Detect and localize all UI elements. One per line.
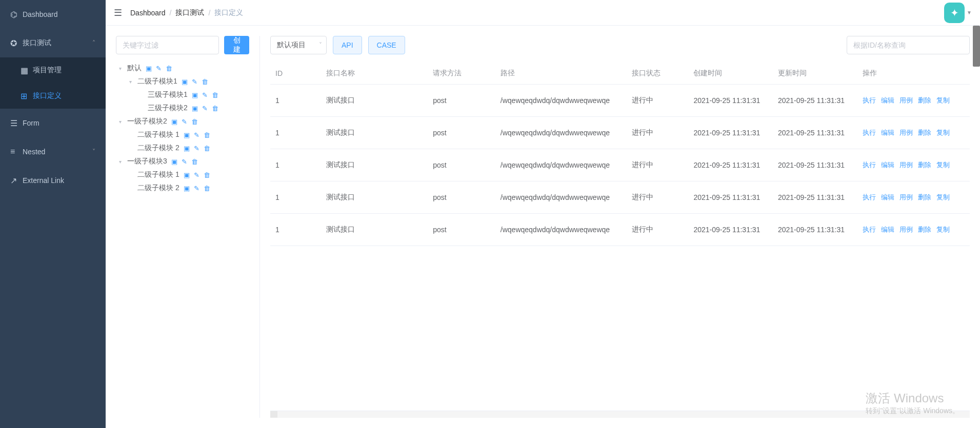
tree-edit-icon[interactable]: ✎ <box>156 65 162 72</box>
sidebar-item-label: 接口测试 <box>23 38 51 48</box>
tree-delete-icon[interactable]: 🗑 <box>204 131 210 139</box>
tree-caret-icon[interactable] <box>119 119 125 125</box>
tree-delete-icon[interactable]: 🗑 <box>202 78 208 86</box>
tree-folder-icon[interactable]: ▣ <box>184 185 190 192</box>
sidebar-item-api-define[interactable]: ⊞ 接口定义 <box>0 83 106 109</box>
tree-delete-icon[interactable]: 🗑 <box>191 118 198 126</box>
tree-delete-icon[interactable]: 🗑 <box>212 105 218 112</box>
tree-caret-icon[interactable] <box>119 159 125 165</box>
tree-edit-icon[interactable]: ✎ <box>194 171 199 179</box>
tree-folder-icon[interactable]: ▣ <box>192 105 198 112</box>
op-执行[interactable]: 执行 <box>863 161 876 169</box>
op-编辑[interactable]: 编辑 <box>881 96 894 104</box>
scroll-left-button[interactable] <box>270 411 277 418</box>
op-用例[interactable]: 用例 <box>899 129 913 136</box>
op-用例[interactable]: 用例 <box>899 96 913 104</box>
op-用例[interactable]: 用例 <box>899 161 913 169</box>
case-button[interactable]: CASE <box>368 36 405 54</box>
user-menu[interactable]: ✦ ▼ <box>944 3 972 23</box>
header: ☰ Dashboard / 接口测试 / 接口定义 ✦ ▼ <box>106 0 980 26</box>
tree-folder-icon[interactable]: ▣ <box>192 91 198 99</box>
op-编辑[interactable]: 编辑 <box>881 193 894 201</box>
op-编辑[interactable]: 编辑 <box>881 129 894 136</box>
tree-folder-icon[interactable]: ▣ <box>146 65 152 72</box>
tree-node[interactable]: 三级子模块2▣✎🗑 <box>116 101 249 115</box>
tree-node[interactable]: 一级子模块3▣✎🗑 <box>116 155 249 168</box>
op-复制[interactable]: 复制 <box>936 161 950 169</box>
tree-edit-icon[interactable]: ✎ <box>194 185 199 192</box>
op-执行[interactable]: 执行 <box>863 96 876 104</box>
op-执行[interactable]: 执行 <box>863 226 876 233</box>
op-删除[interactable]: 删除 <box>918 193 931 201</box>
tree-folder-icon[interactable]: ▣ <box>182 78 188 86</box>
tree-node[interactable]: 二级子模块 1▣✎🗑 <box>116 128 249 141</box>
tree-caret-icon[interactable] <box>119 66 125 71</box>
tree-node[interactable]: 二级子模块 2▣✎🗑 <box>116 141 249 155</box>
hamburger-icon[interactable]: ☰ <box>114 7 122 18</box>
horizontal-scrollbar[interactable] <box>270 411 970 418</box>
tree-node[interactable]: 二级子模块1▣✎🗑 <box>116 75 249 88</box>
tree-folder-icon[interactable]: ▣ <box>184 171 190 179</box>
tree-edit-icon[interactable]: ✎ <box>194 145 199 152</box>
tree-node[interactable]: 二级子模块 2▣✎🗑 <box>116 181 249 195</box>
breadcrumb-item[interactable]: Dashboard <box>130 9 166 17</box>
table-header-cell: ID <box>270 63 321 85</box>
op-用例[interactable]: 用例 <box>899 193 913 201</box>
tree-edit-icon[interactable]: ✎ <box>182 158 187 166</box>
search-input[interactable] <box>847 36 970 54</box>
api-test-icon: ✪ <box>10 38 23 48</box>
tree-folder-icon[interactable]: ▣ <box>171 118 177 126</box>
op-删除[interactable]: 删除 <box>918 161 931 169</box>
tree-node[interactable]: 三级子模块1▣✎🗑 <box>116 88 249 101</box>
op-删除[interactable]: 删除 <box>918 226 931 233</box>
op-复制[interactable]: 复制 <box>936 129 950 136</box>
page-scrollbar-thumb[interactable] <box>973 26 980 67</box>
tree-caret-icon[interactable] <box>129 79 135 85</box>
tree-edit-icon[interactable]: ✎ <box>192 78 197 86</box>
tree-edit-icon[interactable]: ✎ <box>202 91 208 99</box>
sidebar-item-nested[interactable]: ≡ Nested ˅ <box>0 137 106 166</box>
tree-delete-icon[interactable]: 🗑 <box>204 171 210 179</box>
breadcrumb-item[interactable]: 接口测试 <box>175 8 204 17</box>
tree-folder-icon[interactable]: ▣ <box>184 131 190 139</box>
tree-delete-icon[interactable]: 🗑 <box>204 185 210 192</box>
sidebar-item-project-mgmt[interactable]: ▦ 项目管理 <box>0 57 106 83</box>
sidebar-item-dashboard[interactable]: ⌬ Dashboard <box>0 0 106 29</box>
tree-edit-icon[interactable]: ✎ <box>194 131 199 139</box>
op-编辑[interactable]: 编辑 <box>881 226 894 233</box>
op-删除[interactable]: 删除 <box>918 129 931 136</box>
sidebar-item-form[interactable]: ☰ Form <box>0 109 106 137</box>
tree-node-label: 一级子模块3 <box>127 157 167 166</box>
tree-node[interactable]: 二级子模块 1▣✎🗑 <box>116 168 249 181</box>
op-复制[interactable]: 复制 <box>936 96 950 104</box>
table-cell: /wqewqeqdwdq/dqwdwweqwewqe <box>495 181 627 214</box>
tree-delete-icon[interactable]: 🗑 <box>204 145 210 152</box>
tree-filter-input[interactable] <box>116 36 219 54</box>
tree-folder-icon[interactable]: ▣ <box>184 145 190 152</box>
tree-delete-icon[interactable]: 🗑 <box>212 91 218 99</box>
op-编辑[interactable]: 编辑 <box>881 161 894 169</box>
tree-node[interactable]: 默认▣✎🗑 <box>116 62 249 75</box>
tree-delete-icon[interactable]: 🗑 <box>191 158 198 166</box>
table-wrap[interactable]: ID接口名称请求方法路径接口状态创建时间更新时间操作 1测试接口post/wqe… <box>270 63 970 411</box>
table-header-cell: 请求方法 <box>428 63 495 85</box>
op-删除[interactable]: 删除 <box>918 96 931 104</box>
op-用例[interactable]: 用例 <box>899 226 913 233</box>
api-button[interactable]: API <box>333 36 362 54</box>
sidebar-item-external-link[interactable]: ↗ External Link <box>0 166 106 195</box>
op-执行[interactable]: 执行 <box>863 129 876 136</box>
op-复制[interactable]: 复制 <box>936 193 950 201</box>
tree-node[interactable]: 一级子模块2▣✎🗑 <box>116 115 249 128</box>
sidebar-item-api-test[interactable]: ✪ 接口测试 ˄ <box>0 29 106 57</box>
table-row: 1测试接口post/wqewqeqdwdq/dqwdwweqwewqe进行中20… <box>270 181 970 214</box>
tree-delete-icon[interactable]: 🗑 <box>166 65 172 72</box>
table-cell: 进行中 <box>627 214 689 246</box>
tree-edit-icon[interactable]: ✎ <box>182 118 187 126</box>
op-执行[interactable]: 执行 <box>863 193 876 201</box>
tree-edit-icon[interactable]: ✎ <box>202 105 208 112</box>
op-复制[interactable]: 复制 <box>936 226 950 233</box>
tree-folder-icon[interactable]: ▣ <box>171 158 177 166</box>
project-select[interactable]: 默认项目 ˅ <box>270 36 327 54</box>
create-api-button[interactable]: 创建接口 <box>224 36 249 54</box>
breadcrumb-separator: / <box>208 9 210 17</box>
